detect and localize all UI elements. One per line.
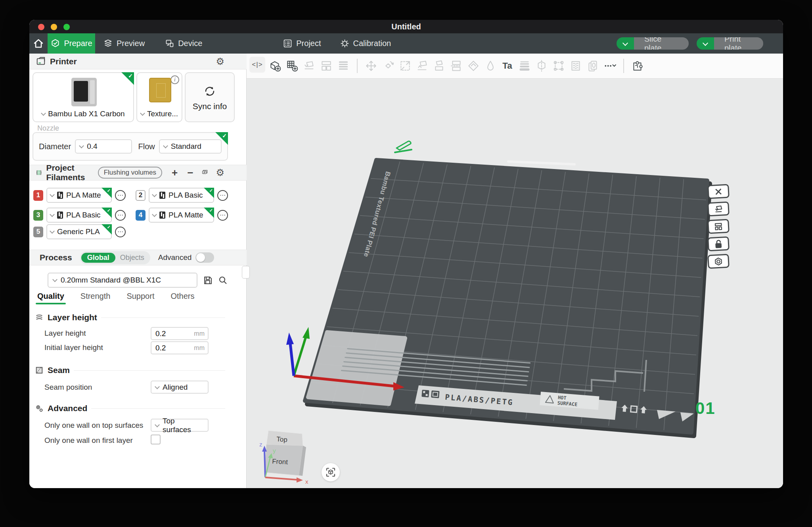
delete-plate-icon: [714, 187, 723, 196]
filament-3-more-button[interactable]: ⋯: [115, 210, 126, 221]
plate-info-icon[interactable]: i: [170, 75, 179, 84]
initial-layer-height-input[interactable]: 0.2 mm: [151, 341, 209, 354]
project-icon: [283, 38, 293, 48]
layer-height-input[interactable]: 0.2 mm: [151, 327, 209, 340]
fit-view-icon: [326, 467, 336, 477]
scope-objects-button[interactable]: Objects: [115, 253, 149, 263]
slice-options-dropdown[interactable]: [617, 37, 634, 50]
slice-plate-button[interactable]: Slice plate: [617, 37, 689, 50]
diameter-select[interactable]: 0.4: [75, 139, 132, 154]
filament-3-select[interactable]: PLA Basic: [46, 208, 112, 223]
tab-strength[interactable]: Strength: [80, 292, 111, 304]
seam-position-select[interactable]: Aligned: [151, 381, 209, 394]
zoom-window-button[interactable]: [63, 24, 70, 30]
minimize-window-button[interactable]: [51, 24, 57, 30]
filament-5-name: Generic PLA: [57, 227, 100, 236]
flow-value: Standard: [171, 142, 201, 151]
wall-first-checkbox[interactable]: [151, 435, 161, 444]
filament-2-name: PLA Basic: [169, 191, 203, 200]
remove-filament-icon[interactable]: −: [187, 167, 193, 178]
print-options-dropdown[interactable]: [697, 37, 714, 50]
tab-support[interactable]: Support: [126, 292, 154, 304]
filament-5-select[interactable]: Generic PLA: [46, 224, 112, 239]
filament-2-more-button[interactable]: ⋯: [217, 190, 228, 201]
filament-spool-icon: [57, 192, 63, 199]
tab-preview[interactable]: Preview: [102, 33, 146, 54]
search-preset-icon[interactable]: [218, 275, 228, 285]
printer-selected-check-icon: [121, 72, 134, 85]
preview-icon: [103, 38, 113, 48]
sidebar-splitter-handle[interactable]: [242, 266, 250, 279]
plate-number-label: 01: [695, 399, 716, 417]
nozzle-label: Nozzle: [37, 124, 59, 133]
titlebar: Untitled: [29, 20, 783, 33]
printer-model-card[interactable]: Bambu Lab X1 Carbon: [33, 72, 134, 122]
save-preset-icon[interactable]: [203, 275, 213, 285]
diameter-value: 0.4: [87, 142, 97, 151]
filaments-section-title: Project Filaments: [46, 163, 90, 182]
seam-icon: [35, 366, 44, 375]
advanced-toggle[interactable]: [195, 252, 214, 263]
initial-layer-height-value: 0.2: [155, 344, 166, 352]
lock-plate-button[interactable]: [707, 237, 730, 252]
tab-calibration[interactable]: Calibration: [338, 33, 393, 54]
build-plate-card[interactable]: i Texture...: [136, 72, 182, 122]
layer-height-icon: [35, 313, 44, 322]
print-plate-button[interactable]: Print plate: [697, 37, 763, 50]
flushing-volumes-button[interactable]: Flushing volumes: [98, 167, 162, 179]
chevron-down-icon: [155, 422, 160, 427]
printer-settings-gear-icon[interactable]: ⚙: [216, 57, 224, 66]
plate-image: [149, 78, 171, 102]
filament-row: 5 Generic PLA ⋯: [33, 224, 126, 239]
process-preset-value: 0.20mm Standard @BBL X1C: [61, 276, 161, 285]
print-plate-label: Print plate: [714, 37, 763, 50]
filament-1-select[interactable]: PLA Matte: [46, 188, 112, 203]
tab-others[interactable]: Others: [170, 292, 194, 304]
filament-4-more-button[interactable]: ⋯: [217, 210, 228, 221]
filament-4-select[interactable]: PLA Matte: [149, 208, 214, 223]
filament-5-more-button[interactable]: ⋯: [115, 227, 126, 237]
tab-prepare[interactable]: Prepare: [48, 33, 95, 54]
check-icon: [102, 188, 112, 198]
prepare-icon: [50, 38, 60, 48]
filament-settings-gear-icon[interactable]: ⚙: [216, 168, 224, 177]
filament-row: 2 PLA Basic ⋯: [136, 188, 228, 203]
home-button[interactable]: [29, 33, 48, 54]
wall-top-select[interactable]: Top surfaces: [151, 419, 209, 432]
lock-plate-icon: [714, 239, 723, 248]
flow-select[interactable]: Standard: [159, 139, 222, 154]
scene-canvas[interactable]: Bambu Textured PEI Plate PLA/ABS/PETG HO…: [247, 54, 783, 488]
orient-plate-button[interactable]: [707, 202, 730, 217]
filament-1-more-button[interactable]: ⋯: [115, 190, 126, 201]
nozzle-box: Diameter 0.4 Flow Standard: [33, 132, 228, 161]
collapse-sidebar-button[interactable]: <|>: [249, 57, 265, 73]
calibration-icon: [340, 38, 350, 48]
tab-quality[interactable]: Quality: [37, 292, 64, 304]
arrange-plate-button[interactable]: [707, 219, 730, 234]
nav-cube[interactable]: Top Front z y x: [259, 431, 308, 485]
tab-device[interactable]: Device: [163, 33, 204, 54]
filament-row: 1 PLA Matte ⋯: [33, 188, 126, 203]
tab-project[interactable]: Project: [281, 33, 322, 54]
tab-calibration-label: Calibration: [353, 39, 391, 48]
layer-height-section: Layer height: [35, 313, 225, 322]
ams-sync-icon[interactable]: [202, 168, 208, 177]
delete-plate-button[interactable]: [707, 184, 730, 199]
plate-settings-button[interactable]: [707, 254, 730, 269]
process-preset-select[interactable]: 0.20mm Standard @BBL X1C: [48, 273, 197, 288]
filament-2-select[interactable]: PLA Basic: [149, 188, 214, 203]
app-window: Untitled Prepare Preview Device Project …: [29, 20, 783, 488]
scope-global-button[interactable]: Global: [81, 253, 115, 263]
printer-section-title: Printer: [50, 57, 77, 66]
filament-4-name: PLA Matte: [169, 211, 203, 219]
chevron-down-icon: [155, 384, 160, 389]
arrange-plate-icon: [714, 222, 723, 231]
plate-type-label: Texture...: [147, 110, 178, 118]
chevron-down-icon: [152, 212, 157, 217]
viewport-3d[interactable]: <|> Ta Bambu Text: [247, 54, 783, 488]
add-filament-icon[interactable]: +: [172, 167, 178, 178]
close-window-button[interactable]: [38, 24, 44, 30]
sync-info-button[interactable]: Sync info: [185, 72, 235, 122]
chevron-down-icon: [50, 229, 55, 234]
fit-view-button[interactable]: [322, 463, 340, 481]
